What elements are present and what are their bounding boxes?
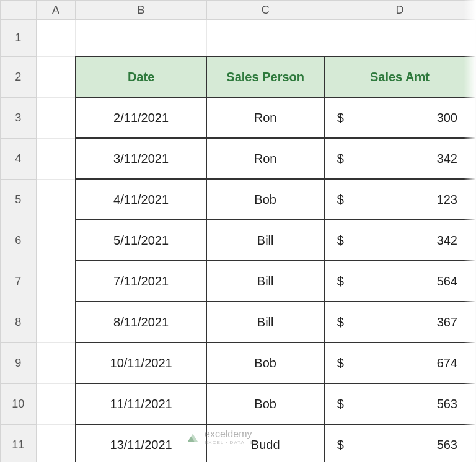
- cell-A8[interactable]: [36, 302, 76, 342]
- currency-symbol: $: [337, 438, 344, 452]
- cell-date[interactable]: 2/11/2021: [76, 97, 207, 138]
- amount-value: 563: [437, 438, 457, 452]
- cell-person[interactable]: Ron: [206, 97, 324, 138]
- cell-A3[interactable]: [36, 97, 76, 138]
- row-header-10[interactable]: 10: [1, 383, 37, 424]
- amount-value: 300: [437, 111, 457, 125]
- cell-A6[interactable]: [36, 220, 76, 261]
- cell-A1[interactable]: [36, 20, 76, 57]
- cell-date[interactable]: 4/11/2021: [76, 179, 207, 220]
- watermark-logo-icon: [186, 430, 200, 444]
- amount-value: 563: [437, 397, 457, 411]
- cell-amount[interactable]: $674: [324, 342, 475, 383]
- cell-person[interactable]: Bill: [206, 220, 324, 261]
- cell-amount[interactable]: $564: [324, 261, 475, 302]
- cell-amount[interactable]: $342: [324, 138, 475, 179]
- cell-amount[interactable]: $563: [324, 383, 475, 424]
- cell-A4[interactable]: [36, 138, 76, 179]
- cell-person[interactable]: Bob: [206, 179, 324, 220]
- cell-date[interactable]: 3/11/2021: [76, 138, 207, 179]
- cell-D1[interactable]: [324, 20, 475, 57]
- cell-person[interactable]: Bob: [206, 342, 324, 383]
- currency-symbol: $: [337, 397, 344, 411]
- cell-C1[interactable]: [206, 20, 324, 57]
- row-header-6[interactable]: 6: [1, 220, 37, 261]
- col-header-C[interactable]: C: [206, 1, 324, 20]
- cell-person[interactable]: Bob: [206, 383, 324, 424]
- row-header-5[interactable]: 5: [1, 179, 37, 220]
- cell-date[interactable]: 11/11/2021: [76, 383, 207, 424]
- amount-value: 674: [437, 356, 457, 370]
- row-header-7[interactable]: 7: [1, 261, 37, 302]
- cell-B1[interactable]: [76, 20, 207, 57]
- cell-A5[interactable]: [36, 179, 76, 220]
- row-header-8[interactable]: 8: [1, 302, 37, 342]
- col-header-B[interactable]: B: [76, 1, 207, 20]
- cell-amount[interactable]: $300: [324, 97, 475, 138]
- currency-symbol: $: [337, 315, 344, 329]
- cell-date[interactable]: 10/11/2021: [76, 342, 207, 383]
- header-date[interactable]: Date: [76, 56, 207, 97]
- watermark-tagline: EXCEL · DATA · BI: [205, 440, 257, 445]
- amount-value: 367: [437, 315, 457, 329]
- row-header-11[interactable]: 11: [1, 424, 37, 462]
- spreadsheet-grid[interactable]: A B C D 1 2 Date Sales Person Sales Amt …: [0, 0, 476, 462]
- cell-A7[interactable]: [36, 261, 76, 302]
- col-header-A[interactable]: A: [36, 1, 76, 20]
- header-person[interactable]: Sales Person: [206, 56, 324, 97]
- cell-amount[interactable]: $367: [324, 302, 475, 342]
- cell-A11[interactable]: [36, 424, 76, 462]
- watermark-brand: exceldemy: [205, 429, 252, 439]
- currency-symbol: $: [337, 274, 344, 289]
- select-all-corner[interactable]: [1, 1, 37, 20]
- amount-value: 123: [437, 193, 457, 207]
- cell-person[interactable]: Ron: [206, 138, 324, 179]
- currency-symbol: $: [337, 233, 344, 248]
- cell-amount[interactable]: $342: [324, 220, 475, 261]
- currency-symbol: $: [337, 111, 344, 125]
- col-header-D[interactable]: D: [324, 1, 475, 20]
- row-header-1[interactable]: 1: [1, 20, 37, 57]
- cell-person[interactable]: Bill: [206, 261, 324, 302]
- row-header-2[interactable]: 2: [1, 56, 37, 97]
- cell-date[interactable]: 8/11/2021: [76, 302, 207, 342]
- amount-value: 342: [437, 152, 457, 166]
- currency-symbol: $: [337, 356, 344, 370]
- cell-amount[interactable]: $123: [324, 179, 475, 220]
- cell-person[interactable]: Bill: [206, 302, 324, 342]
- row-header-9[interactable]: 9: [1, 342, 37, 383]
- currency-symbol: $: [337, 193, 344, 207]
- cell-A9[interactable]: [36, 342, 76, 383]
- header-amount[interactable]: Sales Amt: [324, 56, 475, 97]
- row-header-4[interactable]: 4: [1, 138, 37, 179]
- cell-date[interactable]: 5/11/2021: [76, 220, 207, 261]
- amount-value: 342: [437, 233, 457, 248]
- row-header-3[interactable]: 3: [1, 97, 37, 138]
- cell-A10[interactable]: [36, 383, 76, 424]
- cell-date[interactable]: 7/11/2021: [76, 261, 207, 302]
- amount-value: 564: [437, 274, 457, 289]
- watermark: exceldemy EXCEL · DATA · BI: [186, 429, 257, 445]
- cell-amount[interactable]: $563: [324, 424, 475, 462]
- cell-A2[interactable]: [36, 56, 76, 97]
- currency-symbol: $: [337, 152, 344, 166]
